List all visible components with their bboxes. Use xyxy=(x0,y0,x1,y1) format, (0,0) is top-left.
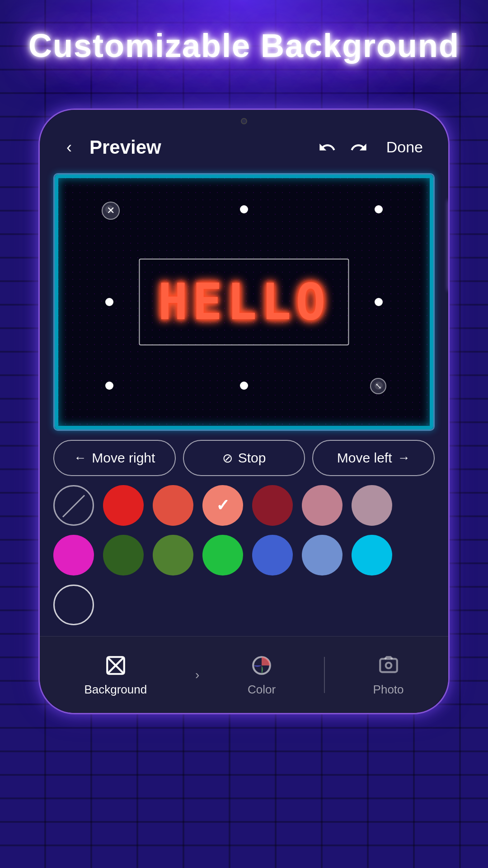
move-left-label: Move left xyxy=(337,450,392,466)
move-left-button[interactable]: Move left → xyxy=(312,440,435,476)
main-title: Customizable Background xyxy=(0,27,488,64)
handle-top-mid[interactable] xyxy=(240,205,248,213)
done-button[interactable]: Done xyxy=(379,135,430,160)
move-right-label: Move right xyxy=(92,450,155,466)
color-row-2 xyxy=(53,535,435,576)
background-label: Background xyxy=(84,683,147,697)
close-icon: ✕ xyxy=(107,205,115,217)
resize-icon: ⤡ xyxy=(375,381,382,391)
stop-label: Stop xyxy=(238,450,266,466)
arrow-right-icon: → xyxy=(398,451,410,465)
resize-handle[interactable]: ⤡ xyxy=(370,378,386,394)
color-rose[interactable] xyxy=(302,485,343,526)
color-red[interactable] xyxy=(103,485,144,526)
color-row-1 xyxy=(53,485,435,526)
back-icon: ‹ xyxy=(66,138,72,157)
stop-button[interactable]: ⊘ Stop xyxy=(183,440,305,476)
phone-inner: ‹ Preview Done xyxy=(40,110,448,713)
color-none[interactable] xyxy=(53,485,94,526)
color-palette xyxy=(53,485,435,625)
camera-notch xyxy=(241,118,247,124)
color-coral[interactable] xyxy=(153,485,193,526)
color-row-3 xyxy=(53,585,435,625)
background-icon xyxy=(103,653,128,678)
canvas-area: ✕ HELLO ⤡ xyxy=(53,173,435,431)
color-green[interactable] xyxy=(153,535,193,576)
header-actions: Done xyxy=(316,135,430,160)
photo-icon xyxy=(376,653,401,678)
color-mauve[interactable] xyxy=(352,485,392,526)
color-dark-green[interactable] xyxy=(103,535,144,576)
handle-mid-right[interactable] xyxy=(375,298,383,306)
animation-controls: ← Move right ⊘ Stop Move left → xyxy=(53,440,435,476)
color-light-blue[interactable] xyxy=(302,535,343,576)
title-container: Customizable Background xyxy=(0,27,488,64)
undo-icon xyxy=(318,138,336,156)
undo-button[interactable] xyxy=(316,136,338,159)
color-magenta[interactable] xyxy=(53,535,94,576)
color-salmon[interactable] xyxy=(202,485,243,526)
handle-bot-mid[interactable] xyxy=(240,382,248,390)
bottom-toolbar: Background › Color xyxy=(40,636,448,713)
color-icon xyxy=(249,653,274,678)
handle-top-right[interactable] xyxy=(375,205,383,213)
handle-bot-left[interactable] xyxy=(105,382,113,390)
toolbar-photo[interactable]: Photo xyxy=(360,649,418,701)
toolbar-chevron: › xyxy=(195,668,199,682)
hello-container[interactable]: HELLO xyxy=(139,259,349,345)
toolbar-background[interactable]: Background xyxy=(70,649,160,701)
selection-close-button[interactable]: ✕ xyxy=(102,202,120,220)
phone-frame: ‹ Preview Done xyxy=(38,108,450,714)
color-cyan[interactable] xyxy=(352,535,392,576)
header-title: Preview xyxy=(89,137,307,158)
color-blue[interactable] xyxy=(252,535,293,576)
move-right-button[interactable]: ← Move right xyxy=(53,440,176,476)
stop-icon: ⊘ xyxy=(222,451,233,466)
toolbar-color[interactable]: Color xyxy=(234,649,289,701)
color-dark-red[interactable] xyxy=(252,485,293,526)
svg-rect-4 xyxy=(380,659,397,672)
arrow-left-icon: ← xyxy=(74,451,86,465)
back-button[interactable]: ‹ xyxy=(58,136,80,159)
handle-mid-left[interactable] xyxy=(105,298,113,306)
color-white-outline[interactable] xyxy=(53,585,94,625)
svg-point-5 xyxy=(385,663,391,669)
photo-label: Photo xyxy=(373,683,404,697)
color-bright-green[interactable] xyxy=(202,535,243,576)
redo-button[interactable] xyxy=(347,136,370,159)
canvas-text: HELLO xyxy=(158,273,330,331)
toolbar-divider xyxy=(324,657,325,693)
color-label: Color xyxy=(248,683,276,697)
redo-icon xyxy=(350,138,368,156)
